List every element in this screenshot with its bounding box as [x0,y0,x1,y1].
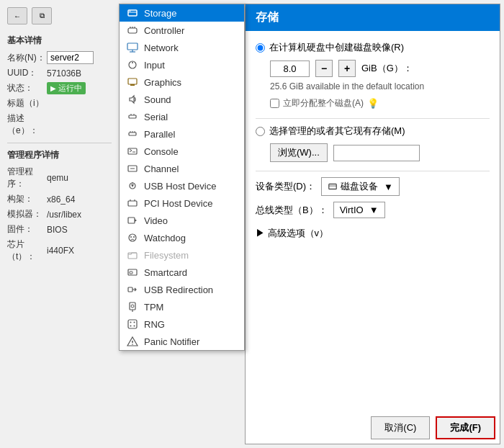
svg-rect-36 [128,253,137,259]
name-input[interactable] [47,51,94,64]
menu-item-watchdog-label: Watchdog [144,233,186,243]
svg-rect-31 [128,218,135,223]
menu-item-pci-host-label: PCI Host Device [144,198,212,209]
menu-item-video[interactable]: Video [120,212,244,229]
manage-radio-row: 选择管理的或者其它现有存储(M) [256,125,490,138]
menu-item-storage[interactable]: Storage [120,4,244,22]
sound-icon [127,94,138,105]
menu-item-panic[interactable]: Panic Notifier [120,333,244,350]
browse-button[interactable]: 浏览(W)... [270,143,328,162]
menu-item-smartcard-label: Smartcard [144,267,187,278]
panic-icon [127,336,138,347]
menu-item-graphics[interactable]: Graphics [120,73,244,91]
menu-item-input[interactable]: Input [120,56,244,73]
create-disk-label[interactable]: 在计算机硬盘中创建磁盘映像(R) [269,41,404,54]
svg-point-35 [133,236,135,238]
increase-size-button[interactable]: + [338,60,356,77]
menu-item-storage-label: Storage [144,8,177,19]
menu-item-parallel[interactable]: Parallel [120,125,244,143]
menu-item-usb-host[interactable]: USB Host Device [120,177,244,194]
allocate-checkbox[interactable] [270,99,279,108]
manager-section-title: 管理程序详情 [7,149,112,161]
emulator-row: 模拟器： /usr/libex [7,208,112,220]
status-label: 状态： [7,82,47,94]
uuid-row: UUID： 571036B [7,67,112,79]
menu-item-graphics-label: Graphics [144,77,181,88]
add-hardware-menu: Storage Controller Network Input [119,4,245,351]
create-radio-row: 在计算机硬盘中创建磁盘映像(R) [256,41,490,54]
desc-label: 描述（e）： [7,112,47,137]
chip-row: 芯片（t）： i440FX [7,238,112,263]
menu-item-tpm[interactable]: TPM [120,298,244,315]
arch-label: 构架： [7,193,47,205]
parallel-icon [127,128,138,140]
manager-value: qemu [47,173,68,183]
firmware-row: 固件： BIOS [7,223,112,236]
menu-item-filesystem-label: Filesystem [144,250,189,261]
arch-value: x86_64 [47,194,75,205]
menu-item-network[interactable]: Network [120,39,244,56]
input-icon [127,59,138,71]
svg-rect-12 [128,79,137,84]
menu-item-parallel-label: Parallel [144,129,175,140]
svg-rect-38 [130,272,132,274]
title-row: 标题（i） [7,97,112,109]
bus-type-row: 总线类型（B）： VirtIO ▼ [256,202,490,218]
svg-point-42 [131,305,134,308]
rng-icon [127,318,138,330]
basic-section-title: 基本详情 [7,35,112,47]
emulator-value: /usr/libex [47,210,81,220]
arch-row: 构架： x86_64 [7,193,112,205]
controller-icon [127,24,138,36]
uuid-value: 571036B [47,68,81,79]
path-input[interactable] [333,145,420,161]
svg-rect-40 [130,303,135,310]
menu-item-serial-label: Serial [144,112,168,122]
menu-item-video-label: Video [144,215,168,226]
menu-item-console[interactable]: Console [120,143,244,160]
menu-item-pci-host[interactable]: PCI Host Device [120,194,244,212]
chip-label: 芯片（t）： [7,238,47,263]
firmware-value: BIOS [47,225,68,235]
decrease-size-button[interactable]: − [315,60,333,77]
device-type-dropdown[interactable]: 磁盘设备 ▼ [321,177,400,196]
network-icon [127,42,138,53]
bus-type-dropdown[interactable]: VirtIO ▼ [333,202,385,218]
device-type-row: 设备类型(D)： 磁盘设备 ▼ [256,177,490,196]
storage-panel-header: 存储 [246,4,500,31]
menu-item-usb-redir[interactable]: USB Redirection [120,281,244,298]
cancel-button[interactable]: 取消(C) [371,416,430,439]
finish-button[interactable]: 完成(F) [436,416,495,439]
allocate-checkbox-row: 立即分配整个磁盘(A) 💡 [270,97,490,109]
menu-item-rng-label: RNG [144,319,165,330]
advanced-options-row[interactable]: ▶ 高级选项（v） [256,227,490,240]
menu-item-channel-label: Channel [144,163,179,174]
title-label: 标题（i） [7,97,47,109]
menu-item-watchdog[interactable]: Watchdog [120,229,244,246]
name-label: 名称(N)： [7,52,47,64]
menu-item-sound[interactable]: Sound [120,91,244,108]
menu-item-channel[interactable]: Channel [120,160,244,177]
clone-button[interactable]: ⧉ [32,7,52,24]
disk-size-unit: GiB（G）： [361,62,413,75]
svg-rect-15 [129,115,136,118]
available-space-text: 25.6 GiB available in the default locati… [270,81,490,91]
device-type-label: 设备类型(D)： [256,180,315,193]
allocate-label[interactable]: 立即分配整个磁盘(A) [283,97,364,109]
back-button[interactable]: ← [7,7,27,24]
channel-icon [127,163,138,174]
name-row: 名称(N)： [7,51,112,64]
disk-icon [328,182,338,192]
create-disk-radio[interactable] [256,43,265,53]
video-icon [127,215,138,226]
storage-panel-content: 在计算机硬盘中创建磁盘映像(R) − + GiB（G）： 25.6 GiB av… [246,31,500,259]
manage-storage-radio[interactable] [256,127,265,136]
menu-item-serial[interactable]: Serial [120,108,244,125]
manage-storage-label[interactable]: 选择管理的或者其它现有存储(M) [269,125,405,138]
disk-size-input[interactable] [270,61,310,77]
menu-item-controller[interactable]: Controller [120,22,244,39]
menu-item-input-label: Input [144,60,165,71]
menu-item-smartcard[interactable]: Smartcard [120,264,244,281]
menu-item-rng[interactable]: RNG [120,315,244,333]
bottom-button-bar: 取消(C) 完成(F) [371,416,495,439]
